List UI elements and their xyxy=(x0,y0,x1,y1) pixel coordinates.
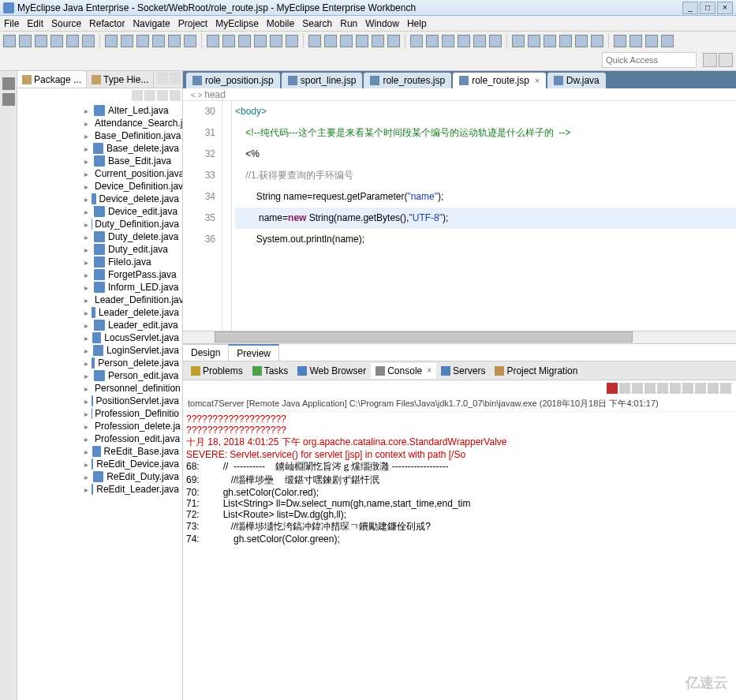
pin-console-icon[interactable] xyxy=(670,383,681,394)
toolbar-icon-24[interactable] xyxy=(410,35,423,47)
expand-icon[interactable]: ▸ xyxy=(84,107,91,115)
toolbar-icon-29[interactable] xyxy=(489,35,502,47)
remove-launch-icon[interactable] xyxy=(619,383,630,394)
menu-project[interactable]: Project xyxy=(178,18,207,29)
toolbar-icon-5[interactable] xyxy=(82,35,95,47)
file-device_definition-jav[interactable]: ▸Device_Definition.jav xyxy=(17,180,182,193)
expand-icon[interactable]: ▸ xyxy=(84,271,91,279)
toolbar-icon-8[interactable] xyxy=(136,35,149,47)
toolbar-icon-21[interactable] xyxy=(356,35,368,47)
toolbar-icon-26[interactable] xyxy=(442,35,454,47)
file-duty_edit-java[interactable]: ▸Duty_edit.java xyxy=(17,243,182,256)
file-positionservlet-java[interactable]: ▸PositionServlet.java xyxy=(17,395,182,407)
quick-access-input[interactable] xyxy=(602,52,697,68)
maximize-button[interactable]: □ xyxy=(700,2,715,14)
expand-icon[interactable]: ▸ xyxy=(84,208,91,216)
code-editor[interactable]: 30313233343536 <body> <!--纯代码---这个主要是来看某… xyxy=(183,101,736,331)
file-inform_led-java[interactable]: ▸Inform_LED.java xyxy=(17,281,182,294)
expand-icon[interactable]: ▸ xyxy=(84,132,88,140)
toolbar-icon-4[interactable] xyxy=(66,35,79,47)
minimap-icon[interactable] xyxy=(2,77,15,90)
expand-icon[interactable]: ▸ xyxy=(84,245,91,254)
menu-myeclipse[interactable]: MyEclipse xyxy=(215,18,259,29)
expand-icon[interactable]: ▸ xyxy=(84,144,90,153)
console-output[interactable]: ??????????????????????????????????????十月… xyxy=(183,412,736,700)
file-forgetpass-java[interactable]: ▸ForgetPass.java xyxy=(17,268,182,281)
max-icon[interactable] xyxy=(170,73,181,84)
file-duty_definition-java[interactable]: ▸Duty_Definition.java xyxy=(17,218,182,230)
file-duty_delete-java[interactable]: ▸Duty_delete.java xyxy=(17,230,182,243)
toolbar-icon-2[interactable] xyxy=(35,35,47,47)
view-tab-console[interactable]: Console× xyxy=(371,363,436,379)
menu-file[interactable]: File xyxy=(4,18,19,29)
file-person_delete-java[interactable]: ▸Person_delete.java xyxy=(17,357,182,369)
code-line-31[interactable]: <!--纯代码---这个主要是来看某个时间段某个编号的运动轨迹是什么样子的 --… xyxy=(235,122,736,144)
code-line-35[interactable]: name=new String(name.getBytes(),"UTF-8")… xyxy=(235,208,736,229)
toolbar-icon-36[interactable] xyxy=(614,35,626,47)
toolbar-icon-11[interactable] xyxy=(184,35,196,47)
close-button[interactable]: × xyxy=(717,2,733,14)
file-tree[interactable]: ▸Alter_Led.java▸Attendance_Search.ja▸Bas… xyxy=(17,103,182,700)
file-locusservlet-java[interactable]: ▸LocusServlet.java xyxy=(17,331,182,344)
file-device_edit-java[interactable]: ▸Device_edit.java xyxy=(17,205,182,218)
menu-navigate[interactable]: Navigate xyxy=(133,18,170,29)
outline-icon[interactable] xyxy=(2,93,15,106)
expand-icon[interactable]: ▸ xyxy=(84,170,88,178)
code-line-30[interactable]: <body> xyxy=(235,101,736,122)
code-line-34[interactable]: String name=request.getParameter("name")… xyxy=(235,186,736,208)
toolbar-icon-22[interactable] xyxy=(372,35,384,47)
file-profession_delete-ja[interactable]: ▸Profession_delete.ja xyxy=(17,420,182,432)
expand-icon[interactable]: ▸ xyxy=(84,422,88,431)
file-attendance_search-ja[interactable]: ▸Attendance_Search.ja xyxy=(17,117,182,129)
code-content[interactable]: <body> <!--纯代码---这个主要是来看某个时间段某个编号的运动轨迹是什… xyxy=(232,101,736,331)
menu-window[interactable]: Window xyxy=(365,18,399,29)
file-alter_led-java[interactable]: ▸Alter_Led.java xyxy=(17,104,182,117)
view-tab-problems[interactable]: Problems xyxy=(186,363,248,379)
toolbar-icon-7[interactable] xyxy=(121,35,133,47)
file-reedit_device-java[interactable]: ▸ReEdit_Device.java xyxy=(17,458,182,470)
editor-tab-role_route-jsp[interactable]: role_route.jsp× xyxy=(453,73,546,88)
view-tab-project-migration[interactable]: Project Migration xyxy=(490,363,582,379)
persp-java-icon[interactable] xyxy=(719,53,733,67)
toolbar-icon-32[interactable] xyxy=(544,35,556,47)
toolbar-icon-3[interactable] xyxy=(50,35,63,47)
expand-icon[interactable]: ▸ xyxy=(84,220,88,229)
menu-icon[interactable] xyxy=(170,90,181,101)
view-tab-servers[interactable]: Servers xyxy=(436,363,490,379)
file-device_delete-java[interactable]: ▸Device_delete.java xyxy=(17,193,182,205)
expand-icon[interactable]: ▸ xyxy=(84,435,88,444)
toolbar-icon-34[interactable] xyxy=(575,35,588,47)
clear-console-icon[interactable] xyxy=(644,383,656,394)
terminate-icon[interactable] xyxy=(607,383,618,394)
file-reedit_duty-java[interactable]: ▸ReEdit_Duty.java xyxy=(17,470,182,483)
file-base_delete-java[interactable]: ▸Base_delete.java xyxy=(17,142,182,155)
expand-icon[interactable]: ▸ xyxy=(84,195,88,204)
expand-icon[interactable]: ▸ xyxy=(84,410,88,418)
file-leader_edit-java[interactable]: ▸Leader_edit.java xyxy=(17,319,182,331)
file-profession_definitio[interactable]: ▸Profession_Definitio xyxy=(17,407,182,420)
mode-tab-preview[interactable]: Preview xyxy=(229,344,279,361)
editor-hscroll[interactable] xyxy=(183,331,736,343)
expand-icon[interactable]: ▸ xyxy=(84,283,91,292)
display-selected-icon[interactable] xyxy=(682,383,693,394)
toolbar-icon-12[interactable] xyxy=(207,35,219,47)
link-icon[interactable] xyxy=(144,90,155,101)
toolbar-icon-37[interactable] xyxy=(630,35,642,47)
view-tab-web-browser[interactable]: Web Browser xyxy=(293,363,371,379)
file-person_edit-java[interactable]: ▸Person_edit.java xyxy=(17,369,182,382)
close-view-icon[interactable]: × xyxy=(427,366,432,375)
toolbar-icon-14[interactable] xyxy=(238,35,251,47)
code-line-33[interactable]: //1.获得要查询的手环编号 xyxy=(235,165,736,186)
view-tab-tasks[interactable]: Tasks xyxy=(248,363,293,379)
expand-icon[interactable]: ▸ xyxy=(84,233,91,241)
toolbar-icon-16[interactable] xyxy=(270,35,282,47)
expand-icon[interactable]: ▸ xyxy=(84,372,91,380)
expand-icon[interactable]: ▸ xyxy=(84,485,88,494)
file-personnel_definition[interactable]: ▸Personnel_definition xyxy=(17,382,182,395)
min-icon[interactable] xyxy=(157,73,168,84)
editor-tab-sport_line-jsp[interactable]: sport_line.jsp xyxy=(282,73,363,88)
expand-icon[interactable]: ▸ xyxy=(84,346,90,355)
code-line-36[interactable]: System.out.println(name); xyxy=(235,229,736,250)
toolbar-icon-13[interactable] xyxy=(222,35,235,47)
expand-icon[interactable]: ▸ xyxy=(84,334,89,343)
